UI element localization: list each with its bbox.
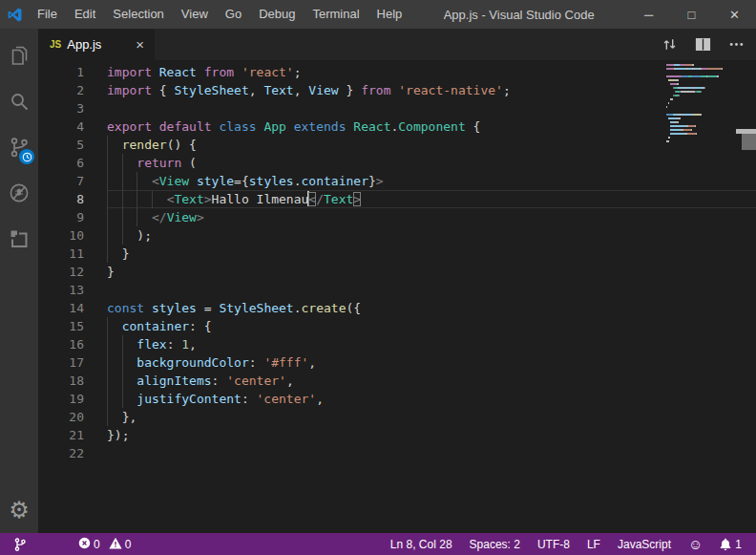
scm-clock-badge bbox=[19, 149, 34, 164]
code-line-10[interactable]: 10 ); bbox=[38, 226, 756, 245]
code-lines: 1import React from 'react';2import { Sty… bbox=[38, 60, 756, 462]
line-number[interactable]: 20 bbox=[38, 408, 84, 426]
error-icon bbox=[78, 537, 91, 552]
code-line-22[interactable]: 22 bbox=[38, 444, 756, 462]
line-number[interactable]: 2 bbox=[38, 81, 84, 99]
line-number[interactable]: 12 bbox=[38, 263, 84, 281]
warning-count: 0 bbox=[125, 538, 132, 551]
line-number[interactable]: 5 bbox=[38, 136, 84, 154]
feedback-smiley-icon[interactable]: ☺ bbox=[683, 533, 707, 555]
eol-setting[interactable]: LF bbox=[582, 533, 605, 555]
menu-go[interactable]: Go bbox=[217, 0, 250, 29]
maximize-button[interactable]: □ bbox=[670, 0, 713, 29]
debug-icon[interactable] bbox=[0, 170, 38, 216]
code-line-15[interactable]: 15 container: { bbox=[38, 317, 756, 335]
javascript-file-icon: JS bbox=[50, 39, 61, 50]
git-branch-icon[interactable] bbox=[10, 533, 31, 555]
editor-actions bbox=[662, 29, 756, 60]
code-line-6[interactable]: 6 return ( bbox=[38, 154, 756, 172]
line-number[interactable]: 9 bbox=[38, 208, 84, 226]
explorer-icon[interactable] bbox=[0, 32, 38, 78]
line-number[interactable]: 16 bbox=[38, 335, 84, 353]
notification-count: 1 bbox=[735, 538, 742, 551]
line-number[interactable]: 15 bbox=[38, 317, 84, 335]
code-line-7[interactable]: 7 <View style={styles.container}> bbox=[38, 172, 756, 190]
window-title: App.js - Visual Studio Code bbox=[410, 8, 627, 22]
code-editor[interactable]: 1import React from 'react';2import { Sty… bbox=[38, 60, 756, 533]
line-number[interactable]: 11 bbox=[38, 245, 84, 263]
extensions-icon[interactable] bbox=[0, 216, 38, 262]
window-controls: ─ □ ✕ bbox=[627, 0, 756, 29]
code-line-21[interactable]: 21}); bbox=[38, 426, 756, 444]
status-bar: 0 0 Ln 8, Col 28 Spaces: 2 UTF-8 LF Java… bbox=[0, 533, 756, 555]
line-number[interactable]: 7 bbox=[38, 172, 84, 190]
line-number[interactable]: 21 bbox=[38, 426, 84, 444]
encoding-setting[interactable]: UTF-8 bbox=[533, 533, 575, 555]
code-line-1[interactable]: 1import React from 'react'; bbox=[38, 63, 756, 81]
more-actions-icon[interactable] bbox=[728, 36, 745, 53]
line-number[interactable]: 13 bbox=[38, 281, 84, 299]
source-control-icon[interactable] bbox=[0, 124, 38, 170]
code-line-5[interactable]: 5 render() { bbox=[38, 136, 756, 154]
tab-bar: JS App.js × bbox=[38, 29, 756, 60]
line-number[interactable]: 17 bbox=[38, 353, 84, 372]
title-bar: FileEditSelectionViewGoDebugTerminalHelp… bbox=[0, 0, 756, 29]
language-mode[interactable]: JavaScript bbox=[613, 533, 676, 555]
line-number[interactable]: 3 bbox=[38, 99, 84, 117]
close-button[interactable]: ✕ bbox=[713, 0, 756, 29]
sync-arrows-icon[interactable] bbox=[662, 36, 678, 53]
code-line-19[interactable]: 19 justifyContent: 'center', bbox=[38, 390, 756, 408]
menu-edit[interactable]: Edit bbox=[66, 0, 104, 29]
search-icon[interactable] bbox=[0, 78, 38, 124]
warning-icon bbox=[109, 537, 122, 552]
code-line-12[interactable]: 12} bbox=[38, 263, 756, 281]
tab-close-icon[interactable]: × bbox=[133, 36, 147, 53]
error-count: 0 bbox=[94, 538, 100, 551]
scrollbar-slider[interactable] bbox=[742, 134, 756, 150]
settings-gear-icon[interactable]: ⚙ bbox=[0, 487, 38, 533]
tab-appjs[interactable]: JS App.js × bbox=[38, 29, 155, 60]
code-line-3[interactable]: 3 bbox=[38, 99, 756, 117]
vscode-logo-icon bbox=[0, 0, 29, 29]
activity-bar: ⚙ bbox=[0, 29, 38, 533]
indentation-setting[interactable]: Spaces: 2 bbox=[465, 533, 525, 555]
minimap[interactable] bbox=[666, 64, 727, 148]
problems-indicator[interactable]: 0 0 bbox=[78, 537, 131, 552]
code-line-4[interactable]: 4export default class App extends React.… bbox=[38, 117, 756, 136]
code-line-8[interactable]: 8 <Text>Hallo Ilmenau</Text> bbox=[38, 190, 756, 208]
line-number[interactable]: 10 bbox=[38, 226, 84, 245]
line-number[interactable]: 14 bbox=[38, 299, 84, 317]
menu-selection[interactable]: Selection bbox=[104, 0, 172, 29]
code-line-18[interactable]: 18 alignItems: 'center', bbox=[38, 372, 756, 390]
line-number[interactable]: 18 bbox=[38, 372, 84, 390]
minimize-button[interactable]: ─ bbox=[627, 0, 670, 29]
code-line-14[interactable]: 14const styles = StyleSheet.create({ bbox=[38, 299, 756, 317]
tab-label: App.js bbox=[67, 37, 133, 52]
code-line-20[interactable]: 20 }, bbox=[38, 408, 756, 426]
notifications-bell[interactable]: 1 bbox=[715, 533, 746, 555]
code-line-17[interactable]: 17 backgroundColor: '#fff', bbox=[38, 353, 756, 372]
line-number[interactable]: 4 bbox=[38, 117, 84, 136]
code-line-9[interactable]: 9 </View> bbox=[38, 208, 756, 226]
code-line-13[interactable]: 13 bbox=[38, 281, 756, 299]
line-number[interactable]: 22 bbox=[38, 444, 84, 462]
menu-file[interactable]: File bbox=[29, 0, 66, 29]
gear-glyph: ⚙ bbox=[9, 499, 30, 522]
line-number[interactable]: 6 bbox=[38, 154, 84, 172]
menu-help[interactable]: Help bbox=[368, 0, 411, 29]
menu-terminal[interactable]: Terminal bbox=[304, 0, 368, 29]
line-number[interactable]: 1 bbox=[38, 63, 84, 81]
code-line-16[interactable]: 16 flex: 1, bbox=[38, 335, 756, 353]
code-line-11[interactable]: 11 } bbox=[38, 245, 756, 263]
line-number[interactable]: 19 bbox=[38, 390, 84, 408]
code-line-2[interactable]: 2import { StyleSheet, Text, View } from … bbox=[38, 81, 756, 99]
vscode-window: FileEditSelectionViewGoDebugTerminalHelp… bbox=[0, 0, 756, 555]
menu-view[interactable]: View bbox=[173, 0, 217, 29]
menu-debug[interactable]: Debug bbox=[250, 0, 304, 29]
cursor-position[interactable]: Ln 8, Col 28 bbox=[386, 533, 457, 555]
menu-bar: FileEditSelectionViewGoDebugTerminalHelp bbox=[29, 0, 410, 29]
line-number[interactable]: 8 bbox=[38, 190, 84, 208]
split-editor-icon[interactable] bbox=[695, 37, 711, 52]
